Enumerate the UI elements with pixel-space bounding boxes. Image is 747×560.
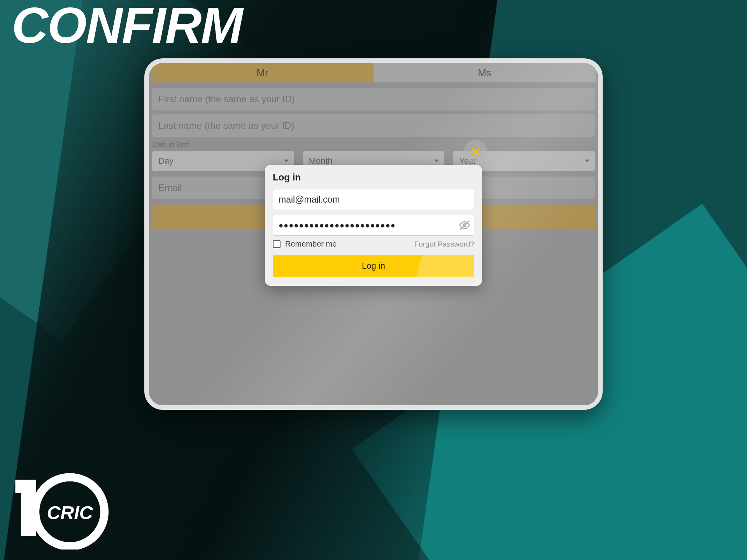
remember-me-checkbox[interactable]: Remember me	[273, 240, 337, 248]
login-email-input[interactable]	[273, 189, 474, 210]
brand-logo: CRIC	[8, 467, 121, 552]
toggle-password-visibility[interactable]	[459, 219, 470, 231]
login-submit-button[interactable]: Log in	[273, 255, 474, 277]
tablet-screen: Mr Ms Date of Birth Day Month	[149, 63, 598, 405]
login-modal-title: Log in	[273, 172, 474, 183]
login-password-input[interactable]	[273, 215, 474, 236]
close-button[interactable]	[464, 140, 487, 163]
tablet-frame: Mr Ms Date of Birth Day Month	[144, 58, 603, 410]
forgot-password-link[interactable]: Forgot Password?	[414, 240, 474, 248]
close-icon	[471, 147, 480, 156]
checkbox-box	[273, 240, 281, 248]
page-title: CONFIRM	[12, 0, 242, 51]
brand-text: CRIC	[47, 502, 93, 523]
eye-off-icon	[459, 219, 470, 231]
remember-me-label: Remember me	[285, 240, 337, 248]
login-modal: Log in Remember me Forgot Password	[265, 165, 482, 286]
